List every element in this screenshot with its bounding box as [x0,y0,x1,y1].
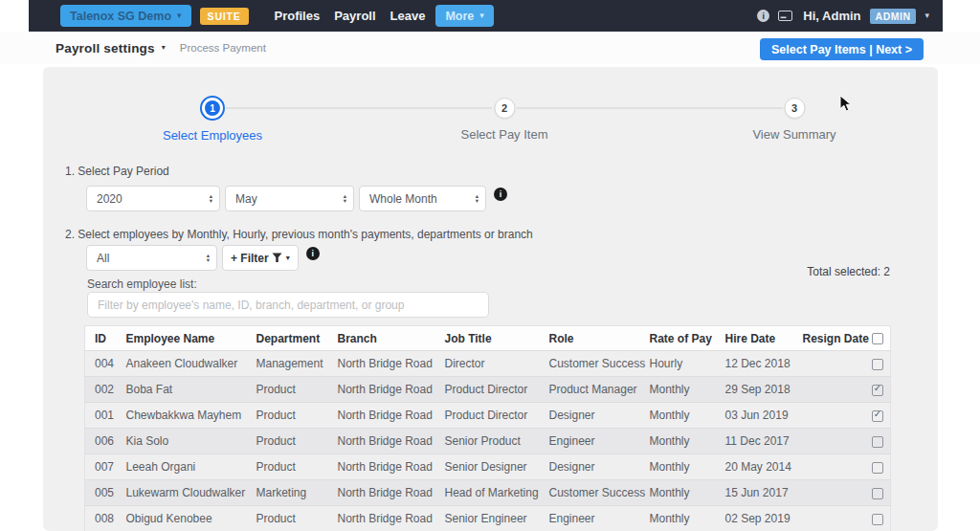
step-circle: 2 [494,98,515,119]
company-selector[interactable]: Talenox SG Demo [60,5,191,27]
cell-branch: North Bridge Road [328,454,435,480]
user-greeting: Hi, Admin [803,9,860,23]
row-checkbox[interactable] [872,462,883,474]
table-row[interactable]: 002 Boba Fat Product North Bridge Road P… [85,377,891,403]
pay-period-info-icon[interactable] [494,188,507,201]
select-arrows-icon [476,194,479,203]
cell-checkbox [866,506,891,531]
cell-hire-date: 29 Sep 2018 [716,377,793,403]
nav-links: Profiles Payroll Leave [275,9,426,23]
cell-branch: North Bridge Road [328,403,435,429]
chevron-down-icon[interactable] [162,44,166,52]
cell-department: Product [247,454,328,480]
cell-job-title: Senior Product [435,429,540,454]
step-view-summary[interactable]: 3 View Summary [752,98,835,142]
cell-role: Designer [540,403,640,429]
row-checkbox[interactable] [872,410,883,422]
cell-hire-date: 12 Dec 2018 [716,351,793,377]
filter-info-icon[interactable] [306,247,320,260]
cell-id: 001 [85,403,117,429]
table-row[interactable]: 008 Obigud Kenobee Product North Bridge … [85,506,891,531]
cell-branch: North Bridge Road [328,377,435,403]
period-range-select[interactable]: Whole Month [359,186,486,211]
cell-job-title: Director [435,351,540,377]
cell-role: Customer Success [540,351,640,377]
pay-period-label: 1. Select Pay Period [65,165,169,178]
table-row[interactable]: 001 Chewbakkwa Mayhem Product North Brid… [85,403,891,429]
stepper-line [226,107,492,109]
cell-checkbox [866,377,891,403]
cell-role: Engineer [540,429,640,454]
cell-id: 007 [85,454,117,480]
col-header-id: ID [85,326,117,351]
table-body: 004 Anakeen Cloudwalker Management North… [85,351,891,531]
nav-leave[interactable]: Leave [390,9,426,23]
col-header-resign-date: Resign Date [793,326,866,351]
cell-checkbox [866,480,891,506]
employee-table: ID Employee Name Department Branch Job T… [84,325,891,531]
page-title[interactable]: Payroll settings [56,41,155,55]
breadcrumb-bar: Payroll settings Process Payment Select … [0,32,980,64]
col-header-job-title: Job Title [435,326,540,351]
cell-role: Engineer [540,506,640,531]
step-label: Select Pay Item [460,127,547,142]
select-arrows-icon [210,194,212,203]
employee-type-select[interactable]: All [86,245,217,271]
info-icon[interactable] [757,10,769,22]
nav-payroll[interactable]: Payroll [334,9,375,23]
table-row[interactable]: 006 Kia Solo Product North Bridge Road S… [85,429,891,454]
user-menu-chevron-icon[interactable] [924,11,929,20]
cell-department: Product [247,403,328,429]
table-header-row: ID Employee Name Department Branch Job T… [85,326,891,351]
cell-resign-date [793,429,866,454]
cell-checkbox [866,403,891,429]
cell-resign-date [793,351,866,377]
cell-role: Designer [540,454,640,480]
cell-hire-date: 15 Jun 2017 [716,480,793,506]
step-label: View Summary [752,127,835,142]
select-all-checkbox[interactable] [872,333,883,344]
month-select-value: May [235,192,257,206]
table-row[interactable]: 007 Leeah Organi Product North Bridge Ro… [85,454,891,480]
cell-id: 005 [85,480,117,506]
nav-profiles[interactable]: Profiles [275,9,321,23]
cell-rate-of-pay: Monthly [640,454,716,480]
navbar-right: Hi, Admin ADMIN [757,9,929,24]
chevron-down-icon [286,254,290,262]
cell-employee-name: Leeah Organi [117,454,247,480]
step-label: Select Employees [163,128,262,143]
add-filter-button[interactable]: + Filter [222,245,299,271]
select-pay-items-next-button[interactable]: Select Pay Items | Next > [760,38,924,60]
employee-filter-row: All + Filter [86,245,320,271]
step-select-employees[interactable]: 1 Select Employees [163,96,262,143]
employee-search-input[interactable] [87,292,489,318]
cell-resign-date [793,480,866,506]
chevron-down-icon [479,11,484,20]
year-select[interactable]: 2020 [86,186,220,211]
add-filter-label: + Filter [231,252,269,265]
month-select[interactable]: May [225,186,354,211]
more-menu-button[interactable]: More [435,5,493,27]
cell-rate-of-pay: Monthly [640,429,716,454]
card-icon[interactable] [778,11,792,21]
cell-job-title: Senior Engineer [435,506,540,531]
step-number: 1 [205,100,220,116]
row-checkbox[interactable] [872,359,883,370]
cell-id: 008 [85,506,117,531]
cell-job-title: Product Director [435,403,540,429]
top-navbar: Talenox SG Demo SUITE Profiles Payroll L… [29,0,943,32]
cell-employee-name: Anakeen Cloudwalker [117,351,247,377]
row-checkbox[interactable] [872,385,883,396]
table-row[interactable]: 004 Anakeen Cloudwalker Management North… [85,351,891,377]
cell-id: 002 [85,377,117,403]
row-checkbox[interactable] [872,488,883,499]
cell-rate-of-pay: Monthly [640,377,716,403]
cell-job-title: Head of Marketing [435,480,540,506]
select-arrows-icon [344,194,346,203]
step-select-pay-item[interactable]: 2 Select Pay Item [460,98,547,142]
table-row[interactable]: 005 Lukewarm Cloudwalker Marketing North… [85,480,891,506]
row-checkbox[interactable] [872,514,883,525]
row-checkbox[interactable] [872,436,883,448]
cell-job-title: Product Director [435,377,540,403]
cell-branch: North Bridge Road [328,480,435,506]
